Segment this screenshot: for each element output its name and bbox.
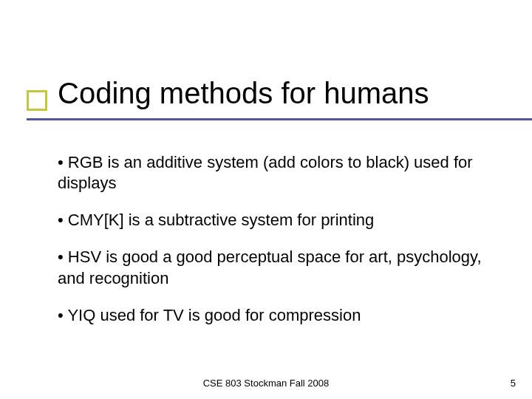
title-underline — [27, 118, 532, 120]
slide-title: Coding methods for humans — [58, 77, 429, 109]
bullet-item: • YIQ used for TV is good for compressio… — [58, 305, 482, 326]
bullet-item: • CMY[K] is a subtractive system for pri… — [58, 210, 482, 231]
footer-text: CSE 803 Stockman Fall 2008 — [0, 378, 532, 389]
title-square-icon — [27, 90, 47, 111]
page-number: 5 — [511, 378, 516, 389]
body-text: • RGB is an additive system (add colors … — [58, 152, 482, 326]
bullet-item: • HSV is good a good perceptual space fo… — [58, 247, 482, 288]
bullet-item: • RGB is an additive system (add colors … — [58, 152, 482, 194]
